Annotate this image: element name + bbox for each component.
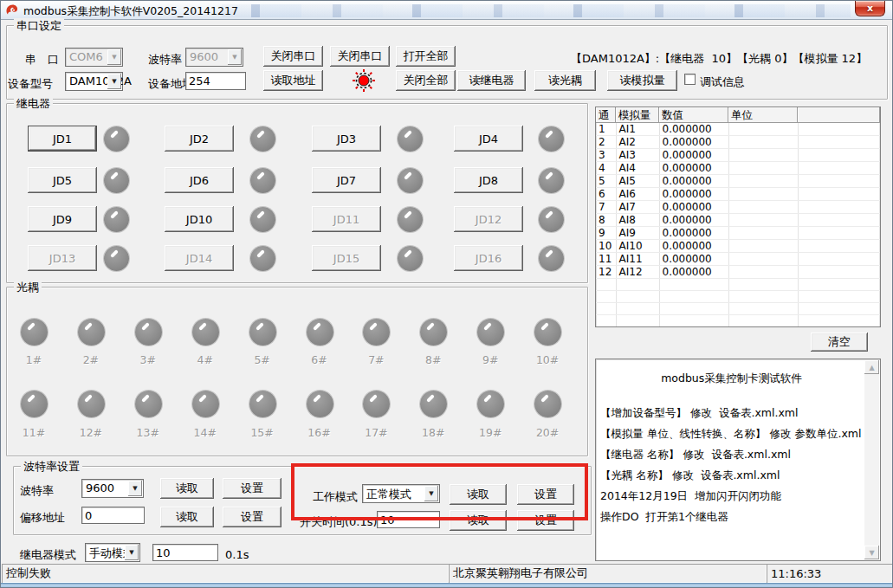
baud-group-title: 波特率设置 — [21, 459, 82, 475]
analog-cell-value: 0.000000 — [659, 175, 728, 188]
relay-button-jd1[interactable]: JD1 — [28, 126, 97, 152]
device-addr-input[interactable] — [185, 72, 246, 90]
analog-empty-row — [596, 303, 880, 315]
log-line-1: 【增加设备型号】 修改 设备表.xml.xml — [600, 403, 863, 423]
analog-row-6[interactable]: 6AI60.000000 — [596, 188, 880, 201]
offset-addr-input[interactable] — [81, 507, 145, 524]
baud-set-combobox[interactable]: 9600 ▼ — [81, 479, 144, 498]
analog-row-9[interactable]: 9AI90.000000 — [596, 227, 880, 240]
relay-mode-time-input[interactable] — [152, 544, 218, 561]
col-value: 数值 — [659, 107, 728, 123]
relay-button-jd9[interactable]: JD9 — [28, 206, 97, 232]
opto-led-20 — [534, 391, 561, 417]
opto-label-8: 8# — [414, 353, 452, 366]
analog-cell-value: 0.000000 — [659, 123, 728, 136]
work-mode-read-button[interactable]: 读取 — [450, 484, 507, 505]
analog-cell-extra — [798, 227, 880, 240]
scroll-up-icon[interactable]: ▲ — [864, 360, 879, 374]
close-all-button[interactable]: 关闭全部 — [396, 70, 456, 91]
close-serial-button-2[interactable]: 关闭串口 — [330, 46, 390, 67]
analog-cell-ch: 7 — [596, 201, 616, 214]
analog-cell-name: AI8 — [616, 214, 659, 227]
analog-cell-name: AI12 — [616, 266, 659, 279]
baud-set-button[interactable]: 设置 — [223, 478, 281, 499]
relay-button-jd8[interactable]: JD8 — [454, 167, 523, 193]
relay-button-jd12: JD12 — [454, 206, 523, 232]
switch-time-set-button[interactable]: 设置 — [517, 510, 574, 531]
read-opto-button[interactable]: 读光耦 — [534, 70, 596, 91]
opto-led-14 — [192, 391, 219, 417]
analog-cell-ch: 11 — [596, 253, 616, 266]
switch-time-read-button[interactable]: 读取 — [450, 510, 507, 531]
work-mode-value: 正常模式 — [366, 487, 411, 502]
analog-cell-value: 0.000000 — [659, 149, 728, 162]
analog-cell-name: AI2 — [616, 136, 659, 149]
analog-cell-ch: 9 — [596, 227, 616, 240]
relay-button-jd2[interactable]: JD2 — [165, 126, 234, 152]
analog-cell-name: AI5 — [616, 175, 659, 188]
work-mode-combobox[interactable]: 正常模式 ▼ — [362, 484, 440, 503]
work-mode-set-button[interactable]: 设置 — [517, 484, 574, 505]
opto-led-1 — [21, 319, 48, 346]
device-model-combobox[interactable]: DAM1012A ▼ — [65, 72, 123, 91]
debug-checkbox[interactable] — [684, 74, 696, 85]
analog-cell-ch: 12 — [596, 266, 616, 279]
opto-label-2: 2# — [72, 353, 110, 366]
baud-read-button[interactable]: 读取 — [160, 478, 214, 499]
opto-label-5: 5# — [243, 353, 281, 366]
read-analog-button[interactable]: 读模拟量 — [607, 70, 677, 91]
relay-button-jd10[interactable]: JD10 — [165, 206, 234, 232]
clear-button[interactable]: 清空 — [811, 333, 868, 352]
baud-set-label: 波特率 — [20, 483, 54, 499]
analog-cell-extra — [798, 136, 880, 149]
relay-button-jd4[interactable]: JD4 — [454, 126, 523, 152]
scroll-down-icon[interactable]: ▼ — [864, 546, 879, 559]
relay-button-jd16: JD16 — [454, 245, 523, 271]
status-clock: 11:16:33 — [767, 564, 893, 583]
relay-mode-combobox[interactable]: 手动模式 ▼ — [85, 543, 140, 562]
switch-time-input[interactable] — [377, 511, 440, 528]
analog-row-3[interactable]: 3AI30.000000 — [596, 149, 880, 162]
offset-read-button[interactable]: 读取 — [160, 507, 214, 527]
analog-row-2[interactable]: 2AI20.000000 — [596, 136, 880, 149]
relay-button-jd5[interactable]: JD5 — [28, 167, 97, 193]
read-relay-button[interactable]: 读继电器 — [457, 70, 526, 91]
relay-led-11 — [398, 207, 423, 232]
chevron-down-icon: ▼ — [128, 481, 142, 496]
chevron-down-icon: ▼ — [424, 486, 438, 501]
close-serial-button-1[interactable]: 关闭串口 — [263, 46, 323, 67]
relay-button-jd6[interactable]: JD6 — [165, 167, 234, 193]
relay-button-jd7[interactable]: JD7 — [312, 167, 381, 193]
offset-set-button[interactable]: 设置 — [223, 507, 281, 527]
opto-label-14: 14# — [186, 426, 224, 439]
analog-table-body: 1AI10.0000002AI20.0000003AI30.0000004AI4… — [596, 123, 880, 327]
analog-cell-ch: 8 — [596, 214, 616, 227]
analog-row-8[interactable]: 8AI80.000000 — [596, 214, 880, 227]
log-scrollbar[interactable]: ▲ ▼ — [864, 360, 879, 559]
opto-label-4: 4# — [186, 353, 224, 366]
analog-table: 通 模拟量 数值 单位 1AI10.0000002AI20.0000003AI3… — [595, 107, 881, 327]
analog-cell-value: 0.000000 — [659, 227, 728, 240]
relay-button-jd14: JD14 — [165, 245, 234, 271]
relay-led-14 — [250, 246, 275, 271]
analog-row-11[interactable]: 11AI110.000000 — [596, 253, 880, 266]
analog-row-7[interactable]: 7AI70.000000 — [596, 201, 880, 214]
analog-empty-row — [596, 291, 880, 303]
switch-time-label: 开关时间(0.1s) — [300, 514, 378, 530]
opto-led-4 — [192, 319, 219, 346]
open-all-button[interactable]: 打开全部 — [396, 46, 456, 67]
analog-empty-row — [596, 279, 880, 291]
baudrate-value: 9600 — [190, 50, 218, 63]
analog-row-5[interactable]: 5AI50.000000 — [596, 175, 880, 188]
analog-row-1[interactable]: 1AI10.000000 — [596, 123, 880, 136]
analog-row-4[interactable]: 4AI40.000000 — [596, 162, 880, 175]
relay-led-6 — [250, 168, 275, 193]
read-addr-button[interactable]: 读取地址 — [263, 70, 323, 91]
analog-row-10[interactable]: 10AI100.000000 — [596, 240, 880, 253]
chevron-down-icon: ▼ — [125, 545, 139, 560]
analog-row-12[interactable]: 12AI120.000000 — [596, 266, 880, 279]
analog-cell-name: AI3 — [616, 149, 659, 162]
relay-button-jd3[interactable]: JD3 — [312, 126, 381, 152]
title-bar[interactable]: modbus采集控制卡软件V0205_20141217 x — [1, 1, 892, 20]
close-button[interactable]: x — [855, 1, 885, 16]
